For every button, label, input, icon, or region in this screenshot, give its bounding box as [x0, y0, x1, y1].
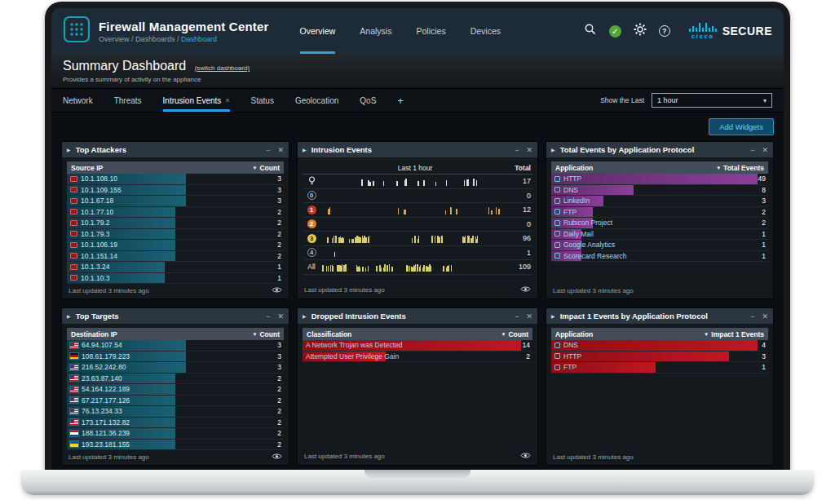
widget-header[interactable]: ▶ Top Attackers −✕	[62, 142, 289, 157]
breadcrumb-current[interactable]: Dashboard	[181, 35, 217, 43]
intrusion-row-0[interactable]: 00	[303, 189, 532, 204]
row-label[interactable]: 193.23.181.155	[82, 440, 130, 449]
column-total-events[interactable]: Total Events	[723, 164, 764, 172]
row-label[interactable]: 216.52.242.80	[82, 363, 126, 371]
table-row[interactable]: FTP1	[551, 362, 768, 374]
intrusion-row-All[interactable]: All109	[303, 260, 532, 275]
close-icon[interactable]: ✕	[526, 312, 532, 321]
collapse-icon[interactable]: ▶	[67, 313, 71, 319]
row-label[interactable]: FTP	[563, 208, 577, 216]
column-count[interactable]: Count	[259, 164, 280, 172]
row-label[interactable]: 64.94.107.54	[82, 341, 122, 349]
minimize-icon[interactable]: −	[515, 312, 519, 321]
table-row[interactable]: 10.1.79.32	[67, 229, 284, 241]
tab-intrusion-events[interactable]: Intrusion Events×	[163, 89, 230, 112]
collapse-icon[interactable]: ▶	[67, 147, 71, 153]
table-header[interactable]: Application ▼Impact 1 Events	[551, 328, 768, 340]
intrusion-row-3[interactable]: 396	[303, 232, 532, 246]
table-row[interactable]: HTTP49	[551, 174, 768, 185]
row-label[interactable]: A Network Trojan was Detected	[306, 341, 403, 349]
table-row[interactable]: Scorecard Research1	[551, 251, 768, 263]
row-label[interactable]: LinkedIn	[563, 197, 590, 205]
row-label[interactable]: 67.217.177.126	[82, 396, 130, 405]
column-destination-ip[interactable]: Destination IP	[71, 330, 117, 338]
close-icon[interactable]: ✕	[526, 146, 532, 154]
tab-network[interactable]: Network	[63, 89, 93, 112]
widget-header[interactable]: ▶ Dropped Intrusion Events −✕	[298, 308, 537, 324]
tab-status[interactable]: Status	[251, 89, 274, 112]
row-label[interactable]: 10.1.3.24	[81, 263, 109, 271]
row-label[interactable]: 108.61.179.223	[82, 352, 130, 360]
table-row[interactable]: HTTP3	[551, 351, 768, 363]
row-label[interactable]: HTTP	[563, 352, 581, 360]
table-row[interactable]: 10.1.108.103	[67, 174, 284, 185]
table-header[interactable]: Destination IP ▼Count	[67, 328, 284, 340]
nav-overview[interactable]: Overview	[300, 8, 336, 54]
switch-dashboard-link[interactable]: (switch dashboard)	[195, 64, 250, 72]
widget-header[interactable]: ▶ Total Events by Application Protocol −…	[546, 142, 773, 157]
eye-icon[interactable]	[520, 285, 531, 294]
tab-geolocation[interactable]: Geolocation	[295, 89, 338, 112]
table-row[interactable]: 10.1.3.241	[67, 262, 284, 273]
nav-policies[interactable]: Policies	[416, 8, 445, 54]
row-label[interactable]: 10.1.79.3	[81, 230, 109, 238]
table-header[interactable]: Source IP ▼Count	[67, 161, 284, 174]
row-label[interactable]: 54.164.122.189	[82, 385, 130, 393]
table-row[interactable]: 67.217.177.1262	[67, 396, 284, 407]
search-icon[interactable]	[584, 23, 597, 39]
row-label[interactable]: 10.1.109.155	[81, 186, 121, 194]
column-count[interactable]: Count	[259, 330, 280, 338]
table-header[interactable]: Classification ▼Count	[303, 328, 532, 340]
table-row[interactable]: 10.1.10.31	[67, 273, 284, 285]
minimize-icon[interactable]: −	[266, 312, 270, 321]
intrusion-row-bulb[interactable]: 17	[303, 175, 532, 189]
row-label[interactable]: DNS	[563, 341, 578, 349]
intrusion-row-2[interactable]: 20	[303, 218, 532, 232]
row-label[interactable]: 10.1.77.10	[81, 208, 113, 216]
table-row[interactable]: 173.171.132.822	[67, 418, 284, 429]
row-label[interactable]: Scorecard Research	[563, 252, 626, 260]
table-row[interactable]: 193.23.181.1552	[67, 440, 284, 451]
table-row[interactable]: 54.164.122.1892	[67, 384, 284, 396]
row-label[interactable]: DNS	[563, 186, 578, 194]
intrusion-row-4[interactable]: 41	[303, 246, 532, 261]
table-row[interactable]: 10.1.79.22	[67, 218, 284, 229]
row-label[interactable]: 10.1.79.2	[81, 219, 109, 227]
minimize-icon[interactable]: −	[750, 146, 754, 154]
widget-header[interactable]: ▶ Intrusion Events −✕	[298, 142, 537, 157]
tab-qos[interactable]: QoS	[360, 89, 376, 112]
column-source-ip[interactable]: Source IP	[71, 164, 103, 172]
table-row[interactable]: 10.1.151.142	[67, 251, 284, 263]
gear-icon[interactable]	[634, 23, 647, 39]
row-label[interactable]: Rubicon Project	[563, 219, 612, 227]
nav-devices[interactable]: Devices	[471, 8, 501, 54]
table-row[interactable]: A Network Trojan was Detected14	[303, 340, 532, 351]
row-label[interactable]: 10.1.151.14	[81, 252, 117, 260]
column-application[interactable]: Application	[555, 330, 593, 338]
minimize-icon[interactable]: −	[266, 146, 270, 154]
minimize-icon[interactable]: −	[515, 146, 519, 154]
row-label[interactable]: Google Analytics	[563, 241, 615, 249]
table-row[interactable]: 216.52.242.803	[67, 362, 284, 374]
table-row[interactable]: 10.1.106.192	[67, 240, 284, 251]
eye-icon[interactable]	[272, 453, 282, 462]
collapse-icon[interactable]: ▶	[551, 313, 555, 319]
close-icon[interactable]: ✕	[277, 146, 284, 154]
row-label[interactable]: HTTP	[563, 175, 581, 183]
intrusion-row-1[interactable]: 112	[303, 203, 532, 218]
table-row[interactable]: 108.61.179.2233	[67, 351, 284, 363]
add-widgets-button[interactable]: Add Widgets	[709, 118, 774, 135]
table-row[interactable]: 10.1.67.183	[67, 196, 284, 207]
column-application[interactable]: Application	[555, 164, 593, 172]
row-label[interactable]: 173.171.132.82	[82, 418, 130, 427]
table-row[interactable]: Daily Mail1	[551, 229, 768, 241]
table-row[interactable]: DNS8	[551, 185, 768, 197]
row-label[interactable]: 23.63.87.140	[82, 374, 122, 382]
close-icon[interactable]: ✕	[762, 146, 768, 154]
row-label[interactable]: 76.13.234.33	[82, 407, 122, 415]
column-count[interactable]: Count	[508, 330, 528, 338]
row-label[interactable]: 10.1.108.10	[81, 175, 117, 183]
close-icon[interactable]: ✕	[277, 312, 284, 321]
table-header[interactable]: Application ▼Total Events	[551, 161, 768, 174]
tab-close-icon[interactable]: ×	[225, 96, 229, 104]
